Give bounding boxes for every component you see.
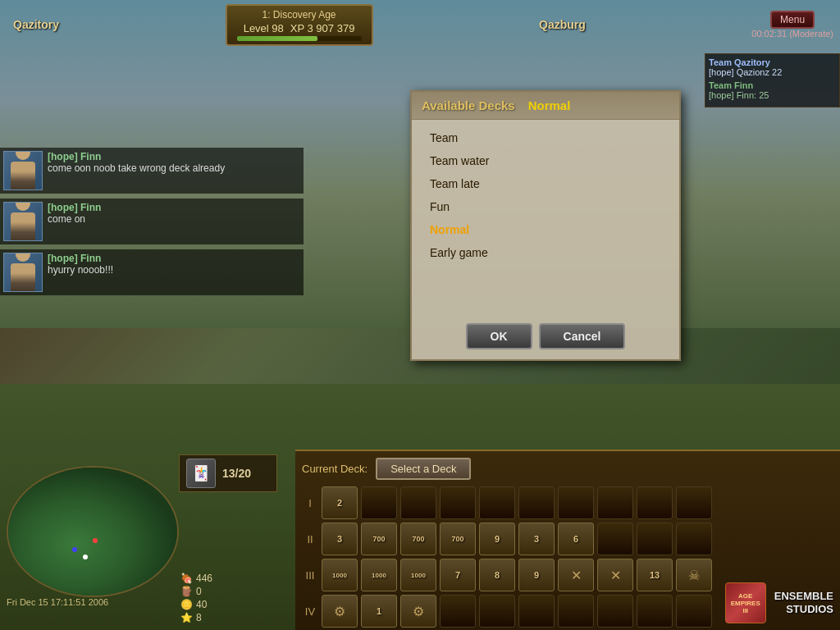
card-slot-IV-7[interactable] <box>558 595 594 628</box>
card-slot-III-10[interactable]: ☠ <box>676 559 712 591</box>
deck-count-text: 13/20 <box>222 467 251 480</box>
card-slot-III-9[interactable]: 13 <box>637 559 673 591</box>
card-slot-III-2[interactable]: 1000 <box>361 559 397 591</box>
card-slot-II-9[interactable] <box>637 523 673 555</box>
deck-item-team-water[interactable]: Team water <box>425 151 666 171</box>
coin-row: 🪙 40 <box>180 599 212 610</box>
card-slot-II-4[interactable]: 700 <box>440 523 476 555</box>
card-slot-IV-8[interactable] <box>597 595 633 628</box>
card-slot-I-9[interactable] <box>637 486 673 519</box>
card-slot-III-7[interactable]: ✕ <box>558 559 594 591</box>
xp-panel: 1: Discovery Age Level 98 XP 3 907 379 <box>226 4 373 46</box>
card-slot-IV-1[interactable]: ⚙ <box>322 595 358 628</box>
coin-icon: 🪙 <box>180 599 193 610</box>
avatar-head-3 <box>16 253 30 262</box>
card-slot-I-10[interactable] <box>676 486 712 519</box>
row-label-II: II <box>302 533 318 546</box>
chat-message-2: [hope] Finn come on <box>0 199 304 244</box>
row-label-IV: IV <box>302 605 318 618</box>
card-slot-III-8[interactable]: ✕ <box>597 559 633 591</box>
card-slot-II-1[interactable]: 3 <box>322 523 358 555</box>
card-slot-II-2[interactable]: 700 <box>361 523 397 555</box>
avatar-body-2 <box>11 212 35 241</box>
xp-amount: 8 <box>196 612 202 623</box>
card-slot-II-8[interactable] <box>597 523 633 555</box>
card-slot-I-8[interactable] <box>597 486 633 519</box>
dialog-header: Available Decks Normal <box>412 92 679 120</box>
deck-item-normal[interactable]: Normal <box>425 220 666 240</box>
dialog-buttons: OK Cancel <box>412 317 679 359</box>
card-slot-I-7[interactable] <box>558 486 594 519</box>
deck-list: Team Team water Team late Fun Normal Ear… <box>412 120 679 317</box>
card-slot-III-5[interactable]: 8 <box>479 559 515 591</box>
player-name-right: Qazburg <box>532 15 592 34</box>
card-slot-IV-4[interactable] <box>440 595 476 628</box>
card-slot-I-6[interactable] <box>518 486 555 519</box>
current-deck-label: Current Deck: <box>302 463 368 475</box>
menu-timer: 00:02:31 (Moderate) <box>751 29 833 39</box>
team2-label: Team Finn <box>709 80 836 90</box>
xp-bar-fill <box>237 36 318 41</box>
card-slot-I-2[interactable] <box>361 486 397 519</box>
level-text: Level 98 <box>244 22 284 34</box>
card-slot-IV-2[interactable]: 1 <box>361 595 397 628</box>
wood-row: 🪵 0 <box>180 586 212 597</box>
minimap[interactable] <box>7 466 179 597</box>
chat-body-3: hyurry nooob!!! <box>48 264 113 276</box>
avatar-head <box>16 151 30 160</box>
row-label-I: I <box>302 497 318 509</box>
chat-text-3: [hope] Finn hyurry nooob!!! <box>48 253 113 276</box>
card-slot-IV-6[interactable] <box>518 595 555 628</box>
card-slot-I-3[interactable] <box>400 486 436 519</box>
card-slot-III-4[interactable]: 7 <box>440 559 476 591</box>
food-amount: 446 <box>196 573 212 584</box>
chat-text-1: [hope] Finn come oon noob take wrong dec… <box>48 151 225 174</box>
deck-item-fun[interactable]: Fun <box>425 197 666 217</box>
food-icon: 🍖 <box>180 573 193 584</box>
select-deck-button[interactable]: Select a Deck <box>376 458 471 480</box>
chat-name-1: [hope] Finn <box>48 151 101 162</box>
card-slot-IV-10[interactable] <box>676 595 712 628</box>
resource-bar: 🍖 446 🪵 0 🪙 40 ⭐ 8 <box>180 573 212 623</box>
card-slot-IV-9[interactable] <box>637 595 673 628</box>
card-slot-II-3[interactable]: 700 <box>400 523 436 555</box>
card-slot-I-4[interactable] <box>440 486 476 519</box>
team2-player: [hope] Finn: 25 <box>709 90 836 100</box>
timestamp: Fri Dec 15 17:11:51 2006 <box>7 597 108 607</box>
deck-item-team-late[interactable]: Team late <box>425 174 666 194</box>
card-slot-III-6[interactable]: 9 <box>518 559 555 591</box>
cancel-button[interactable]: Cancel <box>539 323 626 349</box>
card-slot-II-7[interactable]: 6 <box>558 523 594 555</box>
card-slot-II-10[interactable] <box>676 523 712 555</box>
coin-amount: 40 <box>196 599 207 610</box>
age-label: 1: Discovery Age <box>237 9 362 21</box>
deck-item-team[interactable]: Team <box>425 128 666 148</box>
xp-icon: ⭐ <box>180 612 193 623</box>
chat-name-3: [hope] Finn <box>48 253 101 264</box>
minimap-dot-unit <box>83 555 88 559</box>
top-bar: Qazitory 1: Discovery Age Level 98 XP 3 … <box>0 0 840 49</box>
card-slot-III-1[interactable]: 1000 <box>322 559 358 591</box>
card-slot-I-1[interactable]: 2 <box>322 486 358 519</box>
avatar-head-2 <box>16 202 30 211</box>
avatar-body-3 <box>11 263 35 292</box>
chat-text-2: [hope] Finn come on <box>48 202 101 225</box>
row-label-III: III <box>302 569 318 582</box>
chat-avatar-3 <box>3 253 43 292</box>
deck-item-early-game[interactable]: Early game <box>425 243 666 262</box>
chat-name-2: [hope] Finn <box>48 202 101 213</box>
card-slot-I-5[interactable] <box>479 486 515 519</box>
card-slot-III-3[interactable]: 1000 <box>400 559 436 591</box>
xp-row: ⭐ 8 <box>180 612 212 623</box>
team1-entry: Team Qazitory [hope] Qazionz 22 <box>709 57 836 77</box>
card-slot-IV-3[interactable]: ⚙ <box>400 595 436 628</box>
food-row: 🍖 446 <box>180 573 212 584</box>
current-deck-row: Current Deck: Select a Deck <box>302 458 833 480</box>
menu-button[interactable]: Menu <box>770 11 815 29</box>
card-slot-IV-5[interactable] <box>479 595 515 628</box>
card-slot-II-6[interactable]: 3 <box>518 523 555 555</box>
ok-button[interactable]: OK <box>466 323 532 349</box>
player-name-left: Qazitory <box>7 15 66 34</box>
card-row-II: II 3 700 700 700 9 3 6 <box>302 523 833 555</box>
card-slot-II-5[interactable]: 9 <box>479 523 515 555</box>
